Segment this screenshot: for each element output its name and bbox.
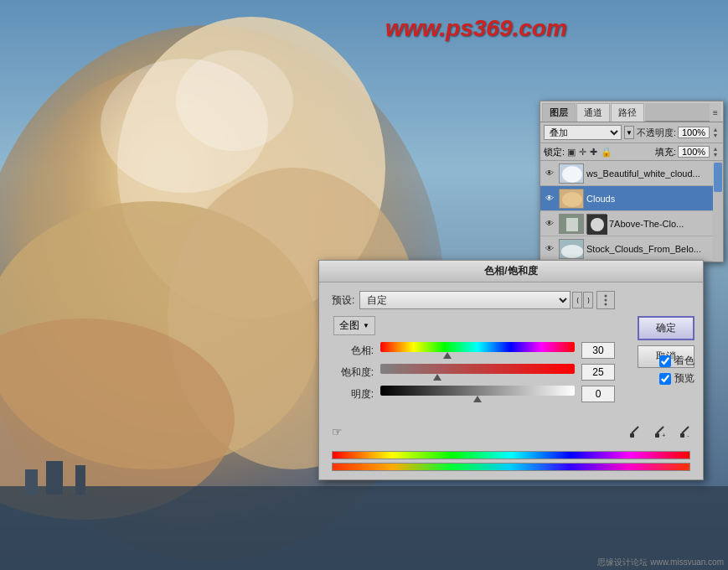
svg-text:+: + [662, 432, 666, 438]
sat-slider-container [380, 364, 575, 381]
layers-blend-row: 叠加 ▼ 不透明度: ▲▼ [540, 122, 723, 143]
eyedropper-tool-icon[interactable] [626, 422, 644, 441]
hue-slider-container [380, 342, 575, 359]
layer-thumbnail [559, 214, 584, 234]
preset-label: 预设: [332, 293, 354, 308]
forum-text: 思缘设计论坛 www.missvuan.com [597, 557, 724, 568]
layer-name: ws_Beautiful_white_cloud... [586, 168, 720, 179]
layer-thumbnail [559, 239, 584, 259]
channel-row: 全图 ▼ [332, 316, 615, 335]
bright-slider-container [380, 386, 575, 402]
sat-label: 饱和度: [332, 365, 374, 380]
svg-rect-18 [566, 218, 578, 231]
bright-value-input[interactable] [581, 386, 615, 402]
svg-line-26 [632, 427, 638, 433]
opacity-label: 不透明度: [637, 127, 676, 139]
lock-label: 锁定: [544, 146, 565, 158]
svg-rect-10 [75, 465, 85, 495]
sat-track[interactable] [380, 364, 575, 374]
lock-icons: ▣ ✛ ✚ 🔒 [567, 147, 653, 158]
layer-visibility-eye[interactable]: 👁 [543, 167, 556, 180]
channel-select[interactable]: 全图 ▼ [333, 316, 375, 335]
tab-layers[interactable]: 图层 [542, 103, 576, 122]
layer-visibility-eye[interactable]: 👁 [543, 192, 556, 205]
layer-thumbnail [559, 189, 584, 209]
svg-rect-8 [25, 469, 38, 495]
preset-dropdown-arrow2[interactable]: ⟩ [583, 292, 593, 308]
lock-fill-row: 锁定: ▣ ✛ ✚ 🔒 填充: ▲▼ [540, 143, 723, 161]
dialog-body: 预设: 自定 ⟨ ⟩ 全图 ▼ [319, 282, 627, 419]
layers-panel: 图层 通道 路径 ≡ 叠加 ▼ 不透明度: ▲▼ 锁定: ▣ ✛ ✚ 🔒 填充:… [540, 101, 724, 262]
svg-point-14 [562, 166, 582, 183]
hand-tool-icon[interactable]: ☞ [328, 422, 346, 441]
tab-paths[interactable]: 路径 [611, 103, 644, 122]
blend-mode-select[interactable]: 叠加 [544, 125, 622, 140]
layer-mask [586, 214, 607, 234]
layer-item[interactable]: 👁 ws_Beautiful_white_cloud... [540, 161, 723, 186]
bright-track[interactable] [380, 386, 575, 396]
eyedropper-add-icon[interactable]: + [651, 422, 669, 441]
svg-rect-27 [630, 433, 634, 438]
opacity-stepper[interactable]: ▲▼ [711, 126, 720, 139]
svg-rect-32 [680, 433, 684, 438]
channel-value: 全图 [339, 319, 359, 333]
fill-input[interactable] [678, 146, 710, 158]
svg-point-22 [561, 245, 583, 258]
bottom-bars [319, 444, 703, 479]
preview-row: 预览 [659, 371, 694, 386]
sat-thumb[interactable] [433, 374, 441, 381]
hue-thumb-row [380, 352, 575, 359]
tab-channels[interactable]: 通道 [576, 103, 610, 122]
layers-tabs: 图层 通道 路径 ≡ [540, 101, 723, 122]
sat-value-input[interactable] [581, 364, 615, 381]
fill-stepper[interactable]: ▲▼ [711, 145, 720, 158]
lock-move-icon[interactable]: ✛ [579, 147, 586, 158]
opacity-input[interactable] [678, 127, 710, 138]
svg-point-12 [176, 50, 293, 151]
original-color-bar [332, 451, 690, 459]
preview-label: 预览 [674, 371, 694, 386]
svg-point-24 [605, 299, 607, 302]
fill-label: 填充: [655, 146, 676, 158]
checkbox-panel: 着色 预览 [659, 354, 694, 386]
hue-row: 色相: [332, 342, 615, 359]
hue-saturation-dialog: 色相/饱和度 预设: 自定 ⟨ ⟩ [318, 260, 704, 480]
layer-name: Clouds [586, 194, 720, 204]
svg-rect-9 [46, 461, 63, 495]
dialog-tools-row: ☞ + - [319, 419, 703, 444]
lock-pixels-icon[interactable]: ▣ [567, 147, 576, 158]
layer-item[interactable]: 👁 Stock_Clouds_From_Belo... [540, 236, 723, 262]
bright-thumb-row [380, 396, 575, 402]
bright-thumb[interactable] [473, 396, 482, 402]
ok-button[interactable]: 确定 [638, 316, 694, 340]
lock-position-icon[interactable]: ✚ [590, 147, 597, 158]
preview-checkbox[interactable] [659, 373, 671, 385]
hue-label: 色相: [332, 344, 374, 358]
hue-section: 色相: 饱和度: [332, 342, 615, 402]
colorize-checkbox[interactable] [659, 355, 671, 367]
preset-select[interactable]: 自定 [359, 291, 571, 309]
layers-scrollbar[interactable] [713, 161, 723, 262]
svg-rect-29 [655, 433, 659, 438]
layer-visibility-eye[interactable]: 👁 [543, 242, 556, 256]
layer-item[interactable]: 👁 Clouds [540, 186, 723, 211]
hue-track[interactable] [380, 342, 575, 352]
layer-visibility-eye[interactable]: 👁 [543, 217, 556, 231]
layers-menu-icon[interactable]: ≡ [710, 103, 721, 122]
sat-thumb-row [380, 374, 575, 381]
layer-item[interactable]: 👁 7Above-The-Clo... [540, 211, 723, 236]
blend-mode-arrow[interactable]: ▼ [624, 126, 634, 139]
layer-thumbnail [559, 163, 584, 184]
svg-point-23 [605, 295, 607, 298]
eyedropper-sub-icon[interactable]: - [676, 422, 694, 441]
bright-label: 明度: [332, 387, 374, 402]
lock-all-icon[interactable]: 🔒 [601, 147, 612, 158]
hue-thumb[interactable] [443, 352, 452, 359]
preset-dropdown-arrow[interactable]: ⟨ [572, 292, 582, 308]
svg-point-16 [562, 192, 582, 207]
opacity-row: 不透明度: ▲▼ [637, 126, 720, 139]
preset-options-btn[interactable] [596, 291, 615, 309]
scroll-thumb[interactable] [714, 163, 722, 192]
colorize-label: 着色 [674, 354, 694, 368]
hue-value-input[interactable] [581, 342, 615, 359]
